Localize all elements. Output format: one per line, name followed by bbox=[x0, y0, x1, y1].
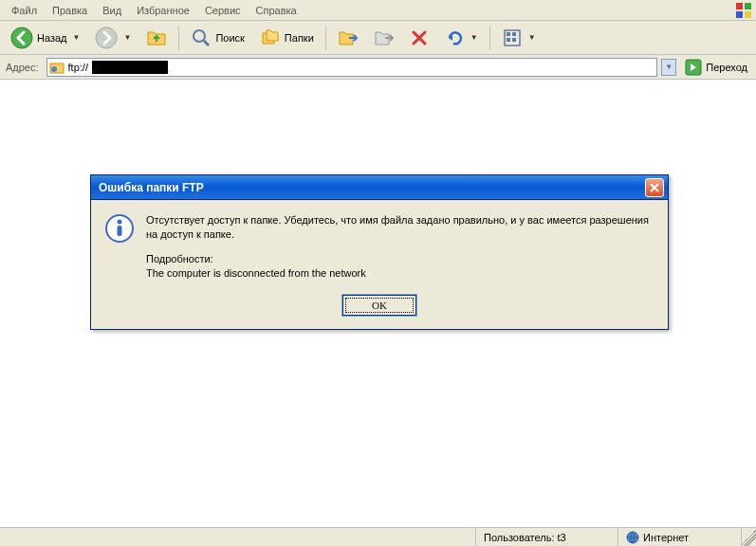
folders-label: Папки bbox=[285, 32, 314, 44]
toolbar-separator bbox=[489, 26, 490, 50]
back-label: Назад bbox=[37, 32, 67, 44]
delete-icon bbox=[410, 28, 429, 47]
error-dialog: Ошибка папки FTP Отсутствует доступ к па… bbox=[90, 174, 669, 330]
chevron-down-icon: ▼ bbox=[470, 33, 478, 42]
copy-to-button[interactable] bbox=[367, 24, 401, 52]
move-to-button[interactable] bbox=[331, 24, 365, 52]
svg-point-5 bbox=[96, 27, 117, 48]
copy-to-icon bbox=[374, 27, 395, 48]
back-button[interactable]: Назад ▼ bbox=[4, 24, 86, 52]
menu-view[interactable]: Вид bbox=[95, 2, 129, 19]
search-icon bbox=[191, 27, 212, 48]
dialog-details-label: Подробности: bbox=[146, 253, 213, 264]
chevron-down-icon: ▼ bbox=[528, 33, 536, 42]
status-bar: Пользователь: t3 Интернет bbox=[0, 527, 756, 546]
undo-icon bbox=[444, 27, 465, 48]
folder-up-icon bbox=[146, 27, 167, 48]
up-button[interactable] bbox=[139, 24, 174, 52]
go-button[interactable]: Переход bbox=[680, 57, 752, 78]
menu-bar: Файл Правка Вид Избранное Сервис Справка bbox=[0, 0, 756, 21]
svg-point-6 bbox=[194, 30, 205, 42]
resize-grip[interactable] bbox=[741, 528, 756, 546]
svg-point-17 bbox=[118, 220, 122, 225]
address-dropdown-button[interactable]: ▼ bbox=[661, 59, 676, 76]
dialog-message: Отсутствует доступ к папке. Убедитесь, ч… bbox=[146, 213, 655, 243]
status-zone: Интернет bbox=[618, 528, 741, 546]
chevron-down-icon: ▼ bbox=[73, 33, 81, 42]
info-icon bbox=[104, 213, 135, 244]
dialog-body: Отсутствует доступ к папке. Убедитесь, ч… bbox=[146, 213, 655, 282]
forward-icon bbox=[95, 27, 118, 49]
status-message bbox=[0, 528, 475, 546]
views-icon bbox=[502, 27, 523, 48]
toolbar-separator bbox=[178, 26, 179, 50]
svg-line-7 bbox=[204, 41, 209, 46]
svg-rect-11 bbox=[507, 38, 510, 42]
folders-icon bbox=[260, 27, 281, 48]
delete-button[interactable] bbox=[403, 24, 435, 52]
views-button[interactable]: ▼ bbox=[495, 24, 543, 52]
status-zone-label: Интернет bbox=[643, 532, 689, 543]
dialog-title: Ошибка папки FTP bbox=[99, 181, 645, 194]
svg-point-4 bbox=[11, 27, 32, 48]
ok-button[interactable]: OK bbox=[342, 295, 416, 316]
menu-help[interactable]: Справка bbox=[249, 2, 304, 19]
svg-point-14 bbox=[51, 66, 57, 72]
ftp-folder-icon bbox=[49, 60, 65, 75]
go-icon bbox=[685, 59, 702, 76]
svg-rect-1 bbox=[745, 3, 751, 9]
menu-favorites[interactable]: Избранное bbox=[129, 2, 197, 19]
folders-button[interactable]: Папки bbox=[253, 24, 321, 52]
address-bar: Адрес: ftp:// ▼ Переход bbox=[0, 55, 756, 80]
dialog-details-text: The computer is disconnected from the ne… bbox=[146, 267, 366, 279]
search-label: Поиск bbox=[215, 32, 244, 44]
address-label: Адрес: bbox=[4, 62, 43, 73]
windows-logo-icon bbox=[735, 2, 752, 19]
dialog-titlebar[interactable]: Ошибка папки FTP bbox=[91, 175, 668, 200]
chevron-down-icon: ▼ bbox=[123, 33, 131, 42]
menu-tools[interactable]: Сервис bbox=[197, 2, 249, 19]
menu-file[interactable]: Файл bbox=[4, 2, 45, 19]
back-icon bbox=[10, 27, 33, 49]
forward-button[interactable]: ▼ bbox=[88, 24, 138, 52]
move-to-icon bbox=[338, 27, 359, 48]
svg-rect-10 bbox=[512, 32, 516, 36]
close-icon bbox=[650, 183, 659, 192]
svg-rect-0 bbox=[736, 3, 743, 9]
undo-button[interactable]: ▼ bbox=[437, 24, 485, 52]
internet-zone-icon bbox=[626, 531, 639, 544]
address-protocol: ftp:// bbox=[68, 62, 88, 73]
go-label: Переход bbox=[706, 62, 747, 73]
svg-rect-12 bbox=[512, 38, 516, 42]
address-host-redacted bbox=[92, 61, 168, 74]
dialog-close-button[interactable] bbox=[645, 178, 664, 197]
menu-edit[interactable]: Правка bbox=[45, 2, 95, 19]
toolbar-separator bbox=[325, 26, 326, 50]
search-button[interactable]: Поиск bbox=[184, 24, 250, 52]
svg-rect-2 bbox=[736, 11, 743, 18]
status-user: Пользователь: t3 bbox=[475, 528, 618, 546]
toolbar: Назад ▼ ▼ Поиск Папки bbox=[0, 21, 756, 55]
svg-rect-9 bbox=[507, 32, 510, 36]
address-field[interactable]: ftp:// bbox=[46, 58, 658, 77]
svg-rect-3 bbox=[745, 11, 751, 18]
svg-rect-18 bbox=[118, 226, 122, 236]
